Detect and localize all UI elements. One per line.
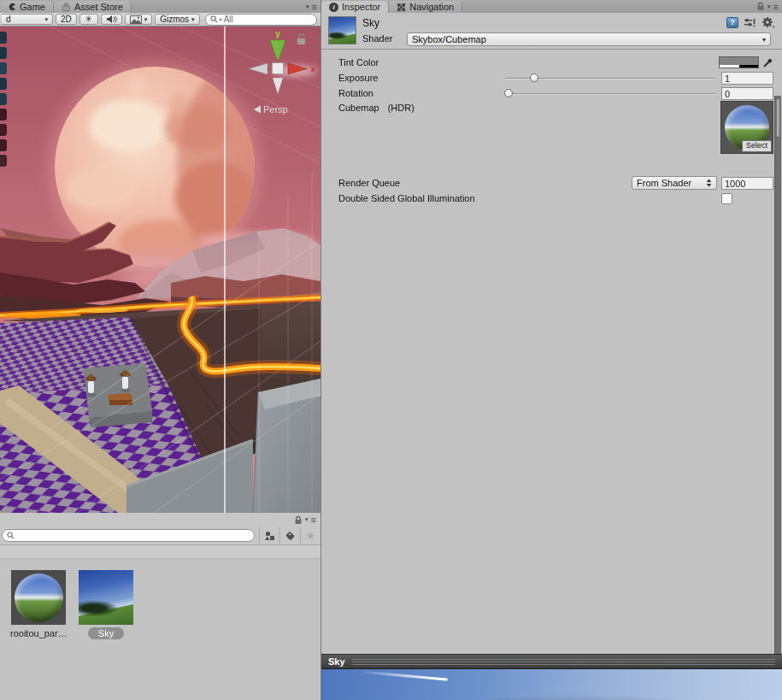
filter-by-label-button[interactable] [279, 527, 300, 544]
shader-value: Skybox/Cubemap [412, 34, 486, 44]
inspector-menu-caret-icon[interactable]: ▾ [767, 3, 771, 10]
asset-sky[interactable]: Sky [78, 570, 134, 639]
project-search-row: ★ [0, 526, 320, 545]
exposure-field[interactable]: 1 [721, 72, 773, 85]
preview-image[interactable] [321, 668, 782, 700]
scene-audio-button[interactable] [101, 14, 122, 25]
clipped-dock-icons [0, 32, 8, 170]
updown-arrows-icon [706, 179, 712, 187]
cubemap-label: Cubemap [338, 103, 379, 113]
scene-lighting-button[interactable]: ☀ [79, 14, 98, 25]
tab-game-label: Game [20, 2, 45, 12]
inspector-tabbar: i Inspector Navigation ▾ ≡ [321, 0, 782, 13]
sky-asset-thumbnail[interactable] [79, 570, 133, 625]
material-header: Sky ? Shader Skybox/Cubemap ▾ [321, 13, 782, 50]
project-menu-icon[interactable]: ≡ [311, 515, 316, 524]
svg-text:Persp: Persp [263, 104, 288, 115]
scene-search-input[interactable]: ▾ All [205, 14, 317, 26]
tab-inspector[interactable]: i Inspector [321, 1, 389, 13]
render-queue-dropdown[interactable]: From Shader [632, 176, 717, 190]
cubemap-row: Cubemap (HDR) Select [321, 101, 782, 156]
eyedropper-icon[interactable] [762, 57, 773, 68]
slider-handle[interactable] [530, 74, 538, 82]
axis-x-label: x [310, 65, 315, 74]
tab-options-caret-icon[interactable]: ▾ [306, 3, 309, 10]
inspector-pane: i Inspector Navigation ▾ ≡ Sky ? Shader [320, 0, 782, 700]
slider-handle[interactable] [504, 89, 513, 97]
tab-inspector-label: Inspector [342, 2, 380, 12]
inspector-scrollbar[interactable] [774, 96, 781, 654]
tab-asset-store-label: Asset Store [74, 2, 123, 12]
exposure-row: Exposure 1 [321, 70, 782, 85]
chevron-down-icon: ▾ [44, 16, 48, 23]
sun-icon: ☀ [85, 14, 93, 25]
info-icon: i [329, 3, 338, 12]
filter-by-type-button[interactable] [259, 527, 279, 544]
shader-dropdown[interactable]: Skybox/Cubemap ▾ [407, 32, 771, 46]
draw-mode-dropdown[interactable]: d ▾ [2, 14, 53, 25]
scrollbar-thumb[interactable] [776, 98, 780, 138]
tab-navigation[interactable]: Navigation [389, 1, 462, 13]
exposure-slider[interactable] [505, 73, 715, 84]
image-icon [130, 15, 142, 24]
material-name: Sky [362, 17, 379, 29]
speaker-icon [106, 15, 117, 24]
tab-asset-store[interactable]: Asset Store [54, 1, 132, 13]
tag-icon [285, 531, 296, 541]
inspector-menu-icon[interactable]: ≡ [773, 3, 779, 11]
draw-mode-label: d [6, 15, 11, 24]
scene-viewport[interactable]: y x Persp [0, 26, 320, 515]
lock-icon[interactable] [294, 515, 303, 525]
game-icon [8, 3, 16, 11]
shopping-bag-icon [62, 3, 71, 12]
scene-render: y x Persp [0, 26, 320, 513]
search-icon [210, 15, 218, 23]
material-properties: Tint Color Exposure 1 Rotation 0 Cubemap… [321, 49, 782, 206]
gear-icon[interactable] [761, 16, 775, 28]
double-sided-gi-checkbox[interactable] [721, 193, 732, 204]
cubemap-select-button[interactable]: Select [742, 140, 772, 152]
render-queue-label: Render Queue [338, 178, 632, 188]
tab-options-menu-icon[interactable]: ≡ [312, 3, 317, 11]
scene-search-value: All [224, 15, 233, 24]
favorites-button[interactable]: ★ [300, 527, 320, 544]
material-thumbnail[interactable] [328, 16, 356, 44]
2d-toggle-button[interactable]: 2D [56, 14, 77, 25]
asset-rooitou[interactable]: rooitou_par… [10, 570, 67, 639]
star-icon: ★ [306, 530, 315, 542]
help-glyph: ? [730, 18, 735, 26]
rotation-field[interactable]: 0 [721, 87, 773, 100]
project-search-input[interactable] [2, 529, 255, 542]
search-icon [7, 532, 15, 539]
cubemap-asset-thumbnail[interactable] [11, 570, 66, 625]
preview-drag-handle[interactable] [352, 659, 775, 665]
left-tabbar: Game Asset Store ▾ ≡ [0, 0, 320, 13]
rotation-slider[interactable] [505, 88, 715, 99]
gizmos-dropdown[interactable]: Gizmos ▾ [155, 14, 199, 25]
preview-title: Sky [328, 656, 345, 667]
tint-color-label: Tint Color [338, 57, 719, 68]
axis-y-label: y [275, 29, 280, 38]
tab-game[interactable]: Game [0, 1, 54, 13]
tab-navigation-label: Navigation [409, 2, 454, 12]
shapes-icon [264, 531, 275, 541]
presets-icon[interactable] [744, 17, 756, 28]
render-queue-field[interactable]: 1000 [721, 177, 773, 190]
lock-icon[interactable] [756, 2, 765, 11]
help-icon[interactable]: ? [726, 17, 738, 28]
exposure-label: Exposure [338, 73, 505, 83]
double-sided-gi-label: Double Sided Global Illumination [338, 193, 721, 203]
project-breadcrumb [0, 545, 320, 559]
chevron-down-icon: ▾ [220, 16, 222, 22]
chevron-down-icon: ▾ [144, 16, 148, 23]
preview-header[interactable]: Sky [321, 654, 782, 668]
tint-color-swatch[interactable] [719, 56, 759, 68]
project-header: ▾ ≡ [0, 513, 320, 526]
cubemap-thumbnail[interactable]: Select [720, 101, 773, 154]
scene-toolbar: d ▾ 2D ☀ ▾ Gizmos ▾ ▾ All [0, 13, 320, 26]
scene-effects-button[interactable]: ▾ [125, 14, 153, 25]
scene-characters [84, 363, 152, 427]
double-sided-gi-row: Double Sided Global Illumination [321, 191, 782, 206]
project-menu-caret-icon[interactable]: ▾ [305, 516, 309, 523]
rotation-label: Rotation [338, 88, 505, 98]
